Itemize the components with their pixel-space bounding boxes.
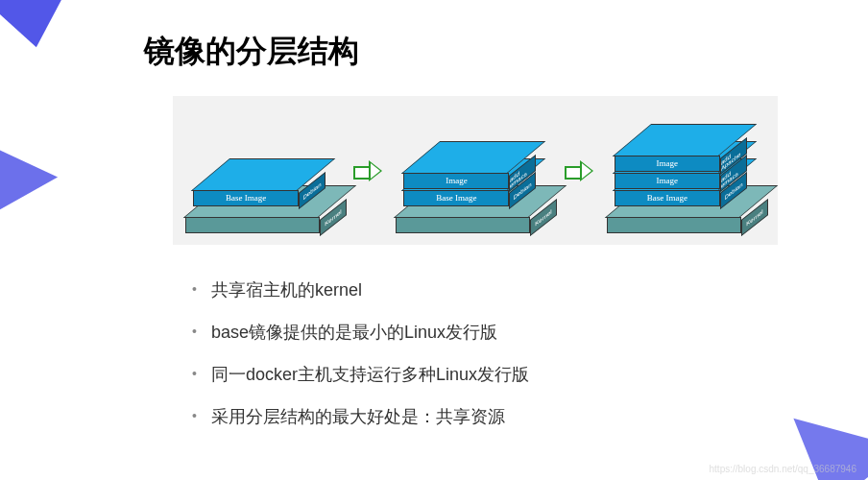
bullet-item: base镜像提供的是最小的Linux发行版 [192, 321, 529, 344]
layer-diagram: bootfsKernelrootfsBase ImageDebian bootf… [173, 96, 778, 245]
watermark: https://blog.csdn.net/qq_36687946 [710, 464, 856, 474]
bullet-item: 采用分层结构的最大好处是：共享资源 [192, 405, 529, 428]
stack-3: bootfsKernelBase ImageDebianImageadd ema… [607, 108, 765, 233]
decoration-triangle-tl [0, 0, 103, 59]
bullet-item: 共享宿主机的kernel [192, 278, 529, 301]
stack-1: bootfsKernelrootfsBase ImageDebian [185, 108, 344, 233]
stack-2: bootfsKernelBase ImageDebianImageadd ema… [396, 108, 554, 233]
bullet-list: 共享宿主机的kernel base镜像提供的是最小的Linux发行版 同一doc… [192, 278, 529, 447]
arrow-icon [353, 160, 386, 181]
slide-title: 镜像的分层结构 [144, 31, 359, 73]
decoration-triangle-ml [0, 136, 58, 238]
arrow-icon [565, 160, 597, 181]
bullet-item: 同一docker主机支持运行多种Linux发行版 [192, 363, 529, 386]
